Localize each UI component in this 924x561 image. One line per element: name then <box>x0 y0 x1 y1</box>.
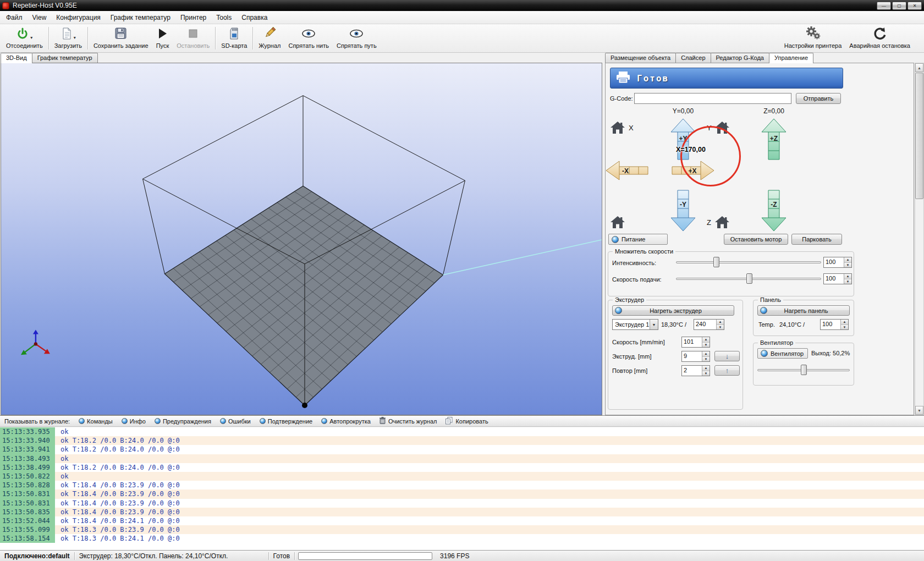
menu-bar: ФайлViewКонфигурацияГрафик температурПри… <box>0 11 924 24</box>
disconnect-button[interactable]: ▾ Отсоединить <box>2 24 47 52</box>
x-axis-label: X <box>629 124 634 132</box>
3d-viewport[interactable] <box>1 63 602 415</box>
gcode-input[interactable] <box>634 93 791 104</box>
menu-item[interactable]: Tools <box>211 12 237 24</box>
spin-up-icon[interactable]: ▲ <box>844 257 851 263</box>
jog-minus-y-button[interactable]: -Y <box>670 190 696 232</box>
tab-gcode-editor[interactable]: Редактор G-Кода <box>711 53 769 63</box>
tab-slicer[interactable]: Слайсер <box>675 53 711 63</box>
park-button[interactable]: Парковать <box>791 234 842 245</box>
home-z-button[interactable] <box>714 215 730 230</box>
menu-item[interactable]: Принтер <box>175 12 211 24</box>
emergency-stop-button[interactable]: Аварийная остановка <box>845 24 914 52</box>
flow-slider[interactable] <box>676 257 821 268</box>
menu-item[interactable]: График температур <box>106 12 175 24</box>
log-filter-toggle[interactable]: Команды <box>79 418 113 425</box>
spin-up-icon[interactable]: ▲ <box>717 320 724 325</box>
spin-up-icon[interactable]: ▲ <box>844 274 851 279</box>
heat-bed-button[interactable]: Нагреть панель <box>757 305 850 316</box>
log-row: 15:13:58.154 ok T:18.3 /0.0 B:24.1 /0.0 … <box>0 534 924 543</box>
jog-plus-z-button[interactable]: +Z <box>761 118 787 160</box>
printer-settings-button[interactable]: Настройки принтера <box>780 24 846 52</box>
log-filter-toggle[interactable]: Инфо <box>122 418 146 425</box>
log-timestamp: 15:13:50.835 <box>0 508 55 516</box>
save-job-button[interactable]: Сохранить задание <box>90 24 152 52</box>
toolbar-separator <box>252 27 253 50</box>
log-filter-toggle[interactable]: Автопрокрутка <box>321 418 371 425</box>
minimize-button[interactable]: — <box>877 2 891 10</box>
slider-thumb[interactable] <box>801 365 807 375</box>
load-button[interactable]: ▾ Загрузить <box>51 24 86 52</box>
start-button[interactable]: Пуск <box>152 24 173 52</box>
spin-up-icon[interactable]: ▲ <box>702 337 710 343</box>
log-timestamp: 15:13:33.935 <box>0 427 55 436</box>
menu-item[interactable]: Конфигурация <box>51 12 106 24</box>
feedrate-slider[interactable] <box>676 273 821 284</box>
flow-spinner[interactable]: 100 ▲▼ <box>823 257 852 268</box>
extruder-selector[interactable]: Экструдер 1 ▼ <box>612 319 658 330</box>
copy-log-button[interactable]: Копировать <box>446 417 488 426</box>
right-panel-scrollbar[interactable]: ▲ ▼ <box>915 63 924 415</box>
spin-down-icon[interactable]: ▼ <box>702 371 710 376</box>
bed-temp-spinner[interactable]: 100 ▲▼ <box>820 319 849 330</box>
home-x-button[interactable] <box>610 120 625 136</box>
spin-down-icon[interactable]: ▼ <box>702 357 710 362</box>
hide-travel-button[interactable]: Спрятать путь <box>333 24 381 52</box>
log-output[interactable]: 15:13:33.935 ok 15:13:33.940 ok T:18.2 /… <box>0 427 924 550</box>
tab-control[interactable]: Управление <box>769 53 813 63</box>
extruder-temp-spinner[interactable]: 240 ▲▼ <box>694 319 724 330</box>
sd-card-button[interactable]: SD-карта <box>217 24 251 52</box>
emergency-stop-label: Аварийная остановка <box>849 42 910 49</box>
log-filter-toggle[interactable]: Ошибки <box>220 418 251 425</box>
tab-temp-graph[interactable]: График температур <box>32 53 98 63</box>
feedrate-spinner[interactable]: 100 ▲▼ <box>823 273 852 284</box>
spin-down-icon[interactable]: ▼ <box>841 325 848 330</box>
send-button[interactable]: Отправить <box>796 93 841 104</box>
spin-down-icon[interactable]: ▼ <box>702 343 710 348</box>
menu-item[interactable]: View <box>28 12 52 24</box>
extrude-length-spinner[interactable]: 9 ▲▼ <box>681 351 710 362</box>
spin-up-icon[interactable]: ▲ <box>702 366 710 371</box>
svg-text:-Z: -Z <box>771 201 777 208</box>
tab-object-placement[interactable]: Размещение объекта <box>605 53 676 63</box>
jog-minus-x-button[interactable]: -X <box>606 161 648 180</box>
retract-spinner[interactable]: 2 ▲▼ <box>681 365 710 376</box>
log-filter-toggle[interactable]: Подтверждение <box>260 418 312 425</box>
led-icon <box>220 418 226 424</box>
spin-down-icon[interactable]: ▼ <box>717 325 724 330</box>
tab-3d-view[interactable]: 3D-Вид <box>1 53 32 63</box>
menu-item[interactable]: Файл <box>1 12 28 24</box>
chevron-down-icon[interactable]: ▾ <box>30 35 32 42</box>
chevron-down-icon[interactable]: ▾ <box>74 35 76 42</box>
power-toggle[interactable]: Питание <box>608 234 668 245</box>
fan-toggle[interactable]: Вентилятор <box>757 348 808 359</box>
scrollbar-thumb[interactable] <box>915 73 923 199</box>
retract-button[interactable]: ↑ <box>714 365 740 376</box>
log-filter-toggle[interactable]: Предупраждения <box>155 418 211 425</box>
close-button[interactable]: ✕ <box>908 2 922 10</box>
hide-travel-label: Спрятать путь <box>337 42 377 49</box>
extruder-speed-spinner[interactable]: 101 ▲▼ <box>681 337 710 348</box>
spin-down-icon[interactable]: ▼ <box>844 263 851 268</box>
chevron-down-icon[interactable]: ▼ <box>650 320 658 329</box>
heat-extruder-button[interactable]: Нагреть экструдер <box>612 305 734 316</box>
clear-log-button[interactable]: Очистить журнал <box>380 417 437 425</box>
spin-down-icon[interactable]: ▼ <box>844 279 851 284</box>
hide-filament-button[interactable]: Спрятать нить <box>284 24 332 52</box>
home-all-button[interactable] <box>610 215 625 230</box>
slider-thumb[interactable] <box>746 273 752 284</box>
scroll-up-icon[interactable]: ▲ <box>915 63 923 72</box>
fan-slider[interactable] <box>757 365 850 376</box>
log-message: ok T:18.2 /0.0 B:24.0 /0.0 @:0 <box>55 436 180 445</box>
extrude-button[interactable]: ↓ <box>714 351 740 361</box>
spin-up-icon[interactable]: ▲ <box>702 351 710 357</box>
stop-motor-button[interactable]: Остановить мотор <box>724 234 788 245</box>
menu-item[interactable]: Справка <box>237 12 272 24</box>
jog-minus-z-button[interactable]: -Z <box>761 190 787 232</box>
scroll-down-icon[interactable]: ▼ <box>915 406 923 415</box>
journal-button[interactable]: Журнал <box>255 24 284 52</box>
slider-thumb[interactable] <box>713 257 719 267</box>
maximize-button[interactable]: ▢ <box>892 2 906 10</box>
spin-up-icon[interactable]: ▲ <box>841 320 848 325</box>
slider-track <box>676 261 821 263</box>
